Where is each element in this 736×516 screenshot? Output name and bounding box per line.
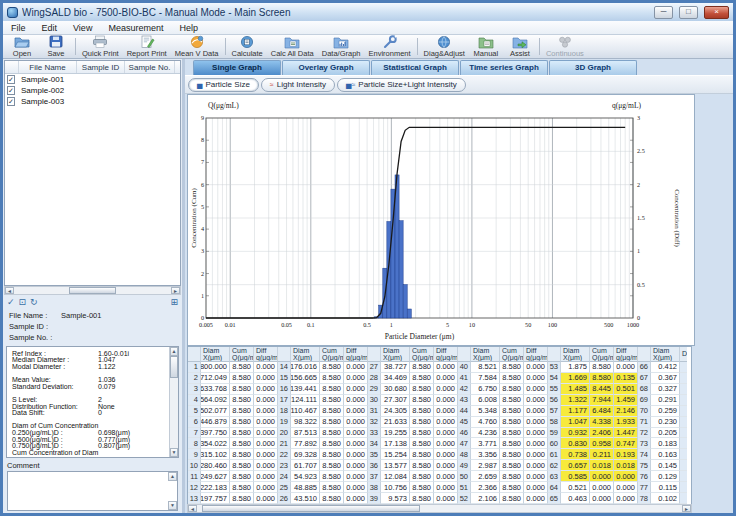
tab-overlay-graph[interactable]: Overlay Graph (282, 60, 370, 75)
toolbar-button-label: Continuous (546, 49, 584, 58)
toolbar-button-save[interactable]: Save (39, 35, 73, 58)
check-data-icon[interactable]: ✓ (7, 296, 15, 308)
file-list-row[interactable]: ✓Sample-003 (5, 96, 180, 107)
diam-cell: 249.627 (201, 471, 230, 482)
diff-cell: 0.000 (434, 493, 458, 504)
table-header-row: DiamX(μm)CumQ(μg/mL)Diffq(μg/mL) (548, 347, 638, 362)
stat-value: 0.079 (98, 383, 116, 390)
row-number-cell: 7 (188, 428, 201, 439)
row-number-cell: 76 (638, 471, 651, 482)
table-row: 3319.2558.5800.000 (368, 428, 458, 439)
empty-cell (680, 428, 687, 439)
table-row (680, 373, 687, 384)
menu-item-help[interactable]: Help (171, 23, 206, 33)
menu-item-edit[interactable]: Edit (34, 23, 66, 33)
table-row: 600.8300.9580.747 (548, 438, 638, 449)
diam-cell: 446.879 (201, 417, 230, 428)
toolbar-button-data-graph[interactable]: Data/Graph (318, 35, 365, 58)
comment-input[interactable]: ▲ ▼ (7, 471, 178, 511)
table-row: 760.129 (638, 471, 680, 482)
diff-cell: 0.501 (614, 384, 638, 395)
table-row: 780.102 (638, 493, 680, 504)
tab-statistical-graph[interactable]: Statistical Graph (371, 60, 459, 75)
tab-time-series-graph[interactable]: Time series Graph (460, 60, 548, 75)
toolbar-button-calc-all-data[interactable]: Calc All Data (267, 35, 318, 58)
toolbar-button-report-print[interactable]: Report Print (123, 35, 171, 58)
tab-3d-graph[interactable]: 3D Graph (549, 60, 637, 75)
comment-scrollbar[interactable]: ▲ ▼ (168, 472, 177, 510)
table-row: 690.291 (638, 395, 680, 406)
svg-text:2.5: 2.5 (637, 147, 645, 154)
scroll-right-icon[interactable]: ► (171, 287, 180, 294)
menu-item-measurement[interactable]: Measurement (100, 23, 171, 33)
cum-cell: 8.580 (410, 384, 434, 395)
menubar: FileEditViewMeasurementHelp (3, 21, 733, 35)
minimize-button[interactable]: ─ (654, 6, 673, 19)
scroll-up-icon[interactable]: ▲ (168, 472, 177, 481)
table-hscrollbar[interactable]: ◄ ► (187, 504, 692, 513)
scroll-right-icon[interactable]: ► (682, 505, 691, 512)
add-data-icon[interactable]: ⊞ (170, 296, 178, 308)
file-list-header: File NameSample IDSample No. (5, 61, 180, 74)
transfer-data-icon[interactable]: ↻ (30, 296, 38, 308)
table-row (680, 449, 687, 460)
scroll-down-icon[interactable]: ▼ (168, 501, 177, 510)
column-header: Diffq(μg/mL) (254, 347, 278, 362)
toolbar-button-open[interactable]: Open (5, 35, 39, 58)
diff-cell: 0.000 (434, 384, 458, 395)
stat-line: Data Shift:0 (12, 409, 167, 416)
table-row (680, 428, 687, 439)
file-list-hscrollbar[interactable]: ◄ ► (4, 286, 181, 295)
row-number-cell: 63 (548, 471, 561, 482)
manual-icon (478, 35, 494, 49)
diam-cell: 13.577 (381, 460, 410, 471)
toolbar-button-assist[interactable]: Assist (503, 35, 537, 58)
menu-item-file[interactable]: File (3, 23, 34, 33)
toolbar-button-quick-print[interactable]: Quick Print (78, 35, 123, 58)
continuous-icon (557, 35, 573, 49)
toolbar-button-diag-adjust[interactable]: Diag&Adjust (420, 35, 469, 58)
subtab-light-intensity[interactable]: ≈Light Intensity (261, 78, 335, 92)
scroll-thumb[interactable] (202, 505, 420, 512)
table-row: 700.259 (638, 406, 680, 417)
scroll-thumb[interactable] (170, 356, 178, 378)
table-row: 2177.8928.5800.000 (278, 438, 368, 449)
diam-cell: 0.145 (651, 460, 680, 471)
table-row: 770.115 (638, 482, 680, 493)
stats-scrollbar[interactable]: ▲▼ (169, 347, 178, 457)
toolbar-button-label: Calculate (232, 49, 263, 58)
maximize-button[interactable]: □ (679, 6, 698, 19)
copy-data-icon[interactable]: ⊡ (19, 296, 27, 308)
menu-item-view[interactable]: View (65, 23, 100, 33)
file-checkbox[interactable]: ✓ (7, 86, 15, 95)
scroll-left-icon[interactable]: ◄ (5, 287, 14, 294)
toolbar-button-calculate[interactable]: Calculate (228, 35, 267, 58)
diam-cell: 0.205 (651, 428, 680, 439)
subtab-particle-size-light-intensity[interactable]: ▅≈Particle Size+Light Intensity (337, 78, 466, 92)
subtab-particle-size[interactable]: ▅Particle Size (188, 78, 259, 92)
cum-cell: 8.580 (320, 362, 344, 373)
close-button[interactable]: × (704, 6, 729, 19)
scroll-left-icon[interactable]: ◄ (188, 505, 197, 512)
cum-cell: 8.580 (320, 428, 344, 439)
row-number-cell: 60 (548, 438, 561, 449)
diam-cell: 38.727 (381, 362, 410, 373)
table-row (680, 395, 687, 406)
table-row: 1800.0008.5800.000 (188, 362, 278, 373)
file-list-header-check (5, 61, 19, 73)
toolbar-button-manual[interactable]: Manual (469, 35, 503, 58)
tab-single-graph[interactable]: Single Graph (193, 60, 281, 75)
file-checkbox[interactable]: ✓ (7, 75, 15, 84)
file-list-column-sample-id: Sample ID (77, 61, 125, 73)
scroll-down-icon[interactable]: ▼ (170, 448, 178, 457)
table-row: 522.1068.5800.000 (458, 493, 548, 504)
toolbar-button-mean-v-data[interactable]: Mean V Data (171, 35, 223, 58)
file-checkbox[interactable]: ✓ (7, 97, 15, 106)
diff-cell: 0.000 (434, 417, 458, 428)
scroll-up-icon[interactable]: ▲ (170, 347, 178, 356)
scroll-thumb[interactable] (69, 287, 116, 294)
toolbar-button-environment[interactable]: Environment (365, 35, 415, 58)
file-list-row[interactable]: ✓Sample-001 (5, 74, 180, 85)
table-row (680, 482, 687, 493)
file-list-row[interactable]: ✓Sample-002 (5, 85, 180, 96)
